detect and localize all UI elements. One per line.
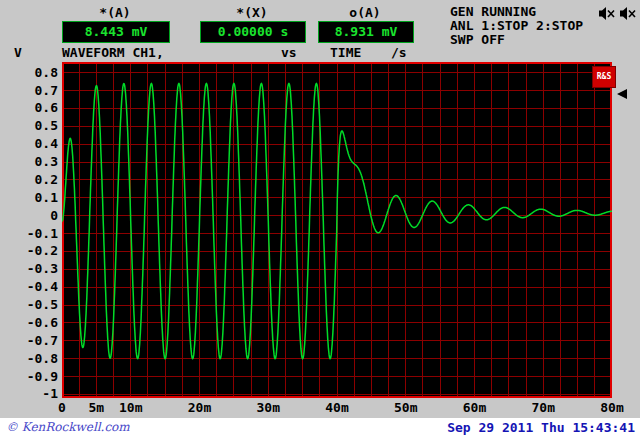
footer-bar: © KenRockwell.com Sep 29 2011 Thu 15:43:… xyxy=(0,418,640,436)
y-tick-label: -0.6 xyxy=(14,315,58,330)
cursor-arrow-icon xyxy=(617,89,627,99)
x-tick-label: 30m xyxy=(246,400,290,415)
y-tick-label: 0.4 xyxy=(14,136,58,151)
x-axis-label: TIME xyxy=(330,45,361,60)
speaker-muted-icon xyxy=(620,5,637,24)
x-tick-label: 20m xyxy=(178,400,222,415)
y-tick-label: 0.1 xyxy=(14,190,58,205)
status-generator: GEN RUNNING xyxy=(450,4,536,19)
y-tick-label: -0.8 xyxy=(14,351,58,366)
y-tick-label: 0.5 xyxy=(14,118,58,133)
vs-label: vs xyxy=(281,45,297,60)
readout-o-label: o(A) xyxy=(318,5,412,19)
readout-x-value: 0.00000 s xyxy=(200,21,306,43)
y-tick-label: 0.6 xyxy=(14,100,58,115)
trace-label: WAVEFORM CH1, xyxy=(62,45,164,60)
x-tick-label: 10m xyxy=(109,400,153,415)
y-tick-label: 0.2 xyxy=(14,172,58,187)
instrument-screen: *(A) *(X) o(A) 8.443 mV 0.00000 s 8.931 … xyxy=(0,0,640,436)
x-tick-label: 50m xyxy=(384,400,428,415)
readout-o-value: 8.931 mV xyxy=(318,21,414,43)
status-sweep: SWP OFF xyxy=(450,32,505,47)
status-analyzer: ANL 1:STOP 2:STOP xyxy=(450,18,583,33)
y-tick-label: -0.5 xyxy=(14,297,58,312)
readout-x-label: *(X) xyxy=(200,5,304,19)
readout-a-label: *(A) xyxy=(62,5,168,19)
y-axis-unit: V xyxy=(14,45,22,60)
y-tick-label: 0.3 xyxy=(14,154,58,169)
y-tick-label: 0 xyxy=(14,208,58,223)
waveform-plot xyxy=(62,62,612,398)
y-tick-label: -0.2 xyxy=(14,243,58,258)
datetime-stamp: Sep 29 2011 Thu 15:43:41 xyxy=(447,420,635,435)
y-tick-label: -0.3 xyxy=(14,261,58,276)
y-tick-label: -0.9 xyxy=(14,369,58,384)
y-tick-label: 0.8 xyxy=(14,65,58,80)
speaker-muted-icon xyxy=(599,5,616,24)
x-axis-unit: /s xyxy=(391,45,407,60)
watermark: © KenRockwell.com xyxy=(6,420,130,434)
x-tick-label: 60m xyxy=(453,400,497,415)
y-tick-label: 0.7 xyxy=(14,83,58,98)
x-tick-label: 40m xyxy=(315,400,359,415)
waveform-plot-area xyxy=(62,62,612,398)
x-tick-label: 80m xyxy=(590,400,634,415)
rs-logo: R&S xyxy=(592,66,616,88)
y-tick-label: -0.7 xyxy=(14,333,58,348)
y-tick-label: -0.1 xyxy=(14,226,58,241)
x-tick-label: 70m xyxy=(521,400,565,415)
y-tick-label: -0.4 xyxy=(14,279,58,294)
readout-a-value: 8.443 mV xyxy=(62,21,170,43)
